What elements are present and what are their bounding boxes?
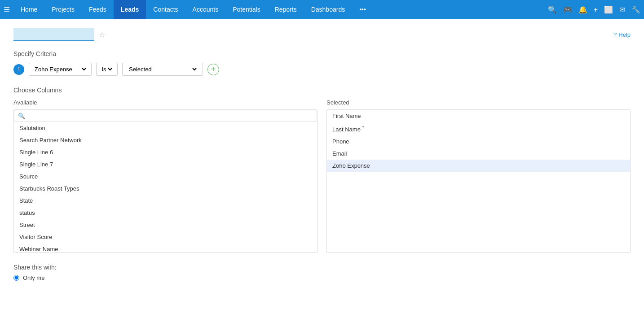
mail-icon[interactable]: ✉ — [619, 5, 625, 14]
only-me-label: Only me — [23, 274, 44, 281]
bell-icon[interactable]: 🔔 — [578, 5, 587, 14]
list-item[interactable]: Salutation — [14, 122, 317, 134]
help-link[interactable]: ? Help — [613, 31, 631, 38]
specify-criteria-label: Specify Criteria — [13, 50, 631, 57]
navbar: ☰ Home Projects Feeds Leads Contacts Acc… — [0, 0, 644, 19]
list-item[interactable]: Search Partner Network — [14, 134, 317, 146]
available-box: 🔍 Salutation Search Partner Network Sing… — [13, 109, 318, 253]
sidebar-item-feeds[interactable]: Feeds — [82, 0, 114, 19]
list-item[interactable]: Single Line 6 — [14, 146, 317, 158]
search-icon[interactable]: 🔍 — [548, 5, 557, 14]
share-option: Only me — [13, 274, 631, 281]
main-content: ☆ ? Help Specify Criteria 1 Zoho Expense… — [0, 19, 644, 290]
sidebar-item-home[interactable]: Home — [13, 0, 44, 19]
share-section: Share this with: Only me — [13, 264, 631, 281]
list-item[interactable]: Starbucks Roast Types — [14, 183, 317, 195]
criteria-row: 1 Zoho Expense is Selected + — [13, 63, 631, 76]
selected-column-section: Selected First Name Last Name * Phone Em… — [326, 99, 631, 253]
share-label: Share this with: — [13, 264, 631, 271]
available-list: Salutation Search Partner Network Single… — [14, 122, 317, 253]
sidebar-item-more[interactable]: ••• — [352, 0, 373, 19]
sidebar-item-leads[interactable]: Leads — [114, 0, 146, 19]
list-item[interactable]: status — [14, 207, 317, 219]
help-label: Help — [618, 31, 631, 38]
choose-columns-label: Choose Columns — [13, 87, 631, 94]
available-header: Available — [13, 99, 318, 106]
criteria-operator-select[interactable]: is — [96, 63, 118, 76]
criteria-field-select[interactable]: Zoho Expense — [29, 63, 92, 76]
star-icon[interactable]: ☆ — [99, 30, 105, 39]
gamepad-icon[interactable]: 🎮 — [563, 5, 572, 14]
title-area: ☆ — [13, 28, 105, 41]
only-me-radio[interactable] — [13, 275, 19, 281]
criteria-field-dropdown[interactable]: Zoho Expense — [33, 65, 88, 73]
list-item[interactable]: First Name — [327, 110, 630, 122]
add-icon[interactable]: + — [594, 6, 598, 14]
criteria-value-select[interactable]: Selected — [122, 63, 203, 76]
criteria-value-dropdown[interactable]: Selected — [127, 65, 198, 73]
criteria-operator-dropdown[interactable]: is — [100, 65, 114, 73]
list-item[interactable]: Webinar Name — [14, 243, 317, 253]
nav-icons: 🔍 🎮 🔔 + ⬜ ✉ 🔧 — [548, 5, 640, 14]
list-item[interactable]: Zoho Expense — [327, 160, 630, 172]
help-icon: ? — [613, 31, 617, 38]
sidebar-item-contacts[interactable]: Contacts — [146, 0, 185, 19]
sidebar-item-accounts[interactable]: Accounts — [185, 0, 226, 19]
criteria-number: 1 — [13, 64, 24, 75]
sidebar-item-potentials[interactable]: Potentials — [225, 0, 267, 19]
list-item[interactable]: Single Line 7 — [14, 158, 317, 170]
list-item[interactable]: State — [14, 195, 317, 207]
top-bar: ☆ ? Help — [13, 28, 631, 41]
list-item[interactable]: Visitor Score — [14, 231, 317, 243]
available-search-input[interactable] — [28, 113, 313, 119]
search-icon: 🔍 — [18, 113, 25, 119]
sidebar-item-dashboards[interactable]: Dashboards — [304, 0, 353, 19]
selected-box: First Name Last Name * Phone Email Zoho … — [326, 109, 631, 253]
nav-items: Home Projects Feeds Leads Contacts Accou… — [13, 0, 548, 19]
list-item[interactable]: Last Name * — [327, 122, 630, 135]
selected-list: First Name Last Name * Phone Email Zoho … — [327, 110, 630, 172]
list-item[interactable]: Source — [14, 170, 317, 183]
list-item[interactable]: Phone — [327, 135, 630, 148]
sidebar-item-reports[interactable]: Reports — [268, 0, 304, 19]
list-item[interactable]: Street — [14, 219, 317, 231]
settings-icon[interactable]: 🔧 — [631, 5, 640, 14]
columns-layout: Available 🔍 Salutation Search Partner Ne… — [13, 99, 631, 253]
selected-header: Selected — [326, 99, 631, 106]
available-search-box: 🔍 — [14, 110, 317, 122]
screen-icon[interactable]: ⬜ — [604, 5, 613, 14]
available-column-section: Available 🔍 Salutation Search Partner Ne… — [13, 99, 318, 253]
report-title-input[interactable] — [13, 28, 94, 41]
sidebar-item-projects[interactable]: Projects — [44, 0, 82, 19]
add-criteria-button[interactable]: + — [207, 64, 219, 75]
menu-icon[interactable]: ☰ — [4, 5, 10, 14]
list-item[interactable]: Email — [327, 148, 630, 160]
